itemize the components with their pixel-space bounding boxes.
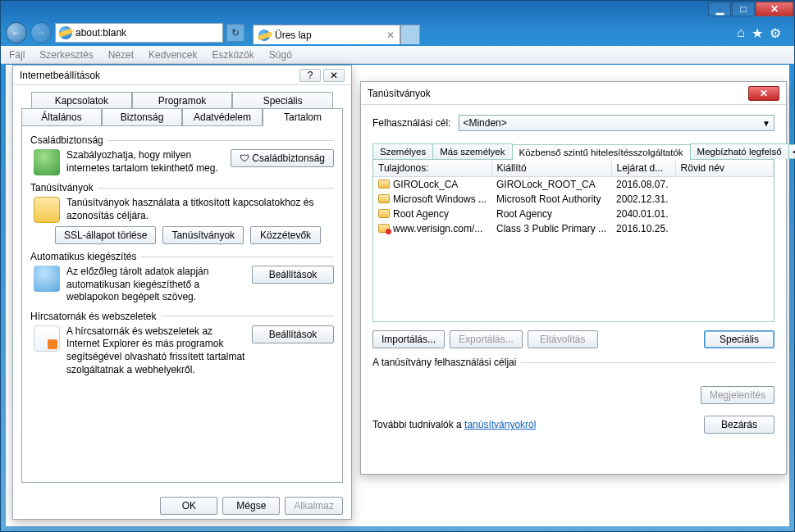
tab-privacy[interactable]: Adatvédelem [182,108,263,126]
feeds-icon [34,325,60,352]
tab-general[interactable]: Általános [21,108,102,126]
certificate-list: Tulajdonos: Kiállító Lejárat d... Rövid … [372,160,774,322]
cert-store-tabs: Személyes Más személyek Közbenső szintű … [372,141,774,160]
browser-window: ▁ □ ✕ ← → about:blank ↻ Üres lap ✕ ⌂ ★ ⚙… [0,0,795,532]
home-icon[interactable]: ⌂ [737,25,745,40]
dialog-close-button[interactable]: ✕ [323,69,345,82]
browser-tab[interactable]: Üres lap ✕ [253,25,400,44]
tab-programs[interactable]: Programok [132,92,233,109]
tab-content[interactable]: Tartalom [263,108,343,126]
certificates-button[interactable]: Tanúsítványok [162,226,244,244]
tab-scroll-left[interactable]: ◄ [788,144,795,159]
certificate-icon [378,180,390,189]
window-close-button[interactable]: ✕ [756,2,793,16]
tab-advanced[interactable]: Speciális [232,92,333,109]
combo-value: <Minden> [463,117,506,129]
advanced-button[interactable]: Speciális [704,330,774,348]
tab-other-people[interactable]: Más személyek [432,143,512,159]
group-family-safety: Családbiztonság Szabályozhatja, hogy mil… [30,134,334,175]
group-text: A hírcsatornák és webszeletek az Interne… [66,325,245,376]
col-owner[interactable]: Tulajdonos: [373,160,491,177]
address-bar[interactable]: about:blank [55,23,223,43]
favorites-icon[interactable]: ★ [752,25,763,41]
close-button[interactable]: Bezárás [704,416,774,434]
back-button[interactable]: ← [6,22,27,43]
dialog-footer: OK Mégse Alkalmaz [13,489,351,521]
window-maximize-button[interactable]: □ [732,2,755,16]
tools-icon[interactable]: ⚙ [770,25,781,41]
group-certificates: Tanúsítványok Tanúsítványok használata a… [30,182,334,244]
ok-button[interactable]: OK [160,497,217,515]
view-button[interactable]: Megjelenítés [701,386,774,404]
group-text: Tanúsítványok használata a titkosított k… [66,197,334,222]
forward-button[interactable]: → [30,22,52,43]
menu-file[interactable]: Fájl [6,48,28,62]
ie-icon [59,26,72,39]
import-button[interactable]: Importálás... [372,330,445,348]
content-area: Internetbeállítások ? ✕ Kapcsolatok Prog… [6,65,789,526]
tab-scroll: ◄ ► [788,144,795,159]
tab-personal[interactable]: Személyes [372,143,433,159]
tab-close-icon[interactable]: ✕ [386,30,395,41]
navigation-bar: ← → about:blank ↻ Üres lap ✕ ⌂ ★ ⚙ [1,20,794,46]
group-legend: A tanúsítvány felhasználási céljai [372,357,516,368]
menu-bar: Fájl Szerkesztés Nézet Kedvencek Eszközö… [1,46,794,64]
table-row[interactable]: Microsoft Windows ...Microsoft Root Auth… [373,192,774,207]
col-issuer[interactable]: Kiállító [491,160,611,177]
more-info-link[interactable]: tanúsítványokról [464,419,536,430]
refresh-button[interactable]: ↻ [226,24,244,42]
tab-security[interactable]: Biztonság [102,108,182,126]
clear-ssl-button[interactable]: SSL-állapot törlése [55,226,156,244]
new-tab-button[interactable] [400,25,420,44]
col-friendly[interactable]: Rövid név [675,160,773,177]
group-feeds: Hírcsatornák és webszeletek A hírcsatorn… [30,311,334,376]
dialog-title: Tanúsítványok [368,88,431,99]
menu-help[interactable]: Súgó [266,48,295,62]
feeds-settings-button[interactable]: Beállítások [252,325,334,343]
certificate-icon [378,194,390,203]
group-legend: Hírcsatornák és webszeletek [30,311,156,322]
cancel-button[interactable]: Mégse [222,497,280,515]
tab-trusted-root[interactable]: Megbízható legfelső [690,143,789,159]
address-text: about:blank [75,27,126,39]
dialog-close-button[interactable]: ✕ [748,86,779,101]
dialog-titlebar: Internetbeállítások ? ✕ [13,66,351,85]
remove-button[interactable]: Eltávolítás [528,330,598,348]
dialog-titlebar: Tanúsítványok ✕ [361,82,786,105]
menu-tools[interactable]: Eszközök [208,48,257,62]
certificate-purposes-group: A tanúsítvány felhasználási céljai Megje… [372,357,774,404]
group-legend: Családbiztonság [30,134,103,146]
tab-connections[interactable]: Kapcsolatok [31,92,132,109]
certificate-icon [378,224,390,233]
internet-options-dialog: Internetbeállítások ? ✕ Kapcsolatok Prog… [12,65,352,520]
menu-edit[interactable]: Szerkesztés [36,48,96,62]
table-row[interactable]: GIROLock_CAGIROLock_ROOT_CA2016.08.07. [373,177,774,193]
dialog-help-button[interactable]: ? [299,69,321,82]
chevron-down-icon: ▼ [762,119,770,128]
col-expires[interactable]: Lejárat d... [611,160,675,177]
tab-intermediate-ca[interactable]: Közbenső szintű hitelesítésszolgáltatók [512,144,691,160]
menu-view[interactable]: Nézet [105,48,137,62]
window-titlebar: ▁ □ ✕ [1,1,794,20]
autocomplete-icon [34,266,60,292]
intended-purpose-combo[interactable]: <Minden> ▼ [459,115,774,131]
toolbar-icons: ⌂ ★ ⚙ [729,25,789,41]
group-autocomplete: Automatikus kiegészítés Az előzőleg táro… [30,251,334,304]
window-minimize-button[interactable]: ▁ [708,2,731,16]
group-text: Szabályozhatja, hogy milyen internetes t… [66,149,224,175]
group-legend: Tanúsítványok [30,182,94,193]
publishers-button[interactable]: Közzétevők [250,226,321,244]
apply-button[interactable]: Alkalmaz [285,497,343,515]
tab-title: Üres lap [275,30,312,41]
export-button[interactable]: Exportálás... [450,330,523,348]
tab-strip: Üres lap ✕ [253,21,725,44]
table-row[interactable]: www.verisign.com/...Class 3 Public Prima… [373,221,774,236]
menu-favorites[interactable]: Kedvencek [145,48,200,62]
table-row[interactable]: Root AgencyRoot Agency2040.01.01. [373,207,774,221]
family-safety-button[interactable]: 🛡 Családbiztonság [231,149,334,167]
family-safety-icon [34,149,60,175]
autocomplete-settings-button[interactable]: Beállítások [252,266,334,284]
certificate-icon [378,209,390,218]
ie-icon [258,30,270,41]
more-info-text: További tudnivalók a tanúsítványokról [372,419,536,430]
